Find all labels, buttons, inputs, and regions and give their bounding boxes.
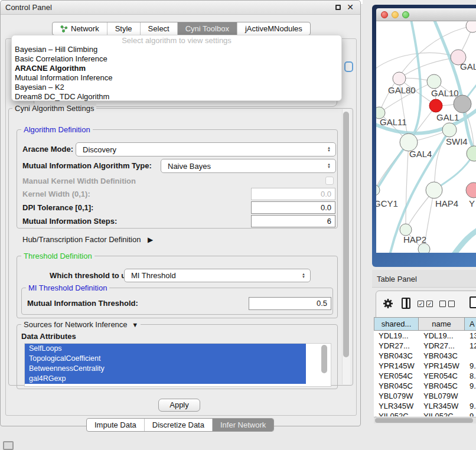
table-panel-titlebar: Table Panel — [372, 270, 476, 288]
checked-checkbox-icon[interactable]: ✓ — [426, 301, 433, 307]
tab-jactivemnodules[interactable]: jActiveMNodules — [237, 22, 310, 35]
cell-name: YBR045C — [419, 381, 470, 391]
column-header-name[interactable]: name — [419, 317, 465, 331]
split-columns-icon[interactable] — [402, 298, 410, 309]
network-node[interactable] — [466, 21, 476, 32]
settings-scrollbar-thumb[interactable] — [343, 112, 349, 357]
float-window-icon[interactable] — [335, 5, 341, 10]
apply-button[interactable]: Apply — [158, 399, 200, 412]
list-item[interactable]: BetweennessCentrality — [25, 364, 306, 374]
node-label: GAL10 — [431, 88, 459, 98]
cell-value: 9. — [465, 401, 476, 411]
list-item[interactable]: SelfLoops — [25, 344, 306, 354]
cell-value: 9. — [465, 381, 476, 391]
cell-name: YBR043C — [419, 351, 470, 361]
tab-style[interactable]: Style — [107, 22, 140, 35]
node-table[interactable]: YDL19... YDL19... 13 YDR27... YDR27... 1… — [374, 331, 476, 416]
cell-shared-name: YPR145W — [374, 361, 423, 371]
which-threshold-value: MI Threshold — [131, 271, 176, 280]
tab-infer-network[interactable]: Infer Network — [212, 419, 273, 431]
table-row[interactable]: YER054C YER054C 8. — [374, 371, 476, 381]
list-item[interactable]: TopologicalCoefficient — [25, 354, 306, 364]
aracne-mode-combo[interactable]: Discovery ▲▼ — [76, 142, 336, 156]
dropdown-item[interactable]: Bayesian – K2 — [12, 83, 341, 92]
dropdown-item[interactable]: Bayesian – Hill Climbing — [12, 45, 341, 54]
tab-discretize-data[interactable]: Discretize Data — [144, 419, 212, 431]
collapse-right-icon: ▶ — [148, 236, 153, 244]
unchecked-checkbox-icon[interactable] — [448, 301, 455, 307]
tab-network[interactable]: Network — [53, 22, 107, 35]
document-icon[interactable] — [470, 296, 476, 308]
minimize-traffic-light-icon[interactable] — [392, 11, 399, 18]
mi-type-combo[interactable]: Naive Bayes ▲▼ — [161, 159, 336, 173]
unchecked-checkbox-icon[interactable] — [439, 301, 446, 307]
dropdown-item[interactable]: Mutual Information Inference — [12, 73, 341, 83]
network-node[interactable] — [418, 243, 430, 253]
attributes-scrollbar-thumb[interactable] — [321, 345, 327, 373]
network-node[interactable] — [467, 146, 476, 161]
dropdown-item[interactable]: Basic Correlation Inference — [12, 54, 341, 64]
cell-shared-name: YDR27... — [374, 341, 423, 351]
cell-value — [465, 391, 476, 401]
tab-style-label: Style — [115, 24, 132, 33]
data-attributes-list[interactable]: SelfLoops TopologicalCoefficient Between… — [24, 343, 331, 387]
table-row[interactable]: YDR27... YDR27... 12 — [374, 341, 476, 351]
cell-shared-name: YBR045C — [374, 381, 423, 391]
network-node[interactable] — [426, 182, 442, 198]
table-row[interactable]: YDL19... YDL19... 13 — [374, 331, 476, 341]
cell-value: 9. — [465, 361, 476, 371]
sources-group-title[interactable]: Sources for Network Inference ▼ — [21, 320, 141, 329]
zoom-traffic-light-icon[interactable] — [402, 11, 409, 18]
gear-icon[interactable] — [383, 298, 393, 309]
tab-select[interactable]: Select — [140, 22, 177, 35]
close-icon[interactable]: ✕ — [347, 2, 354, 12]
cell-name: YER054C — [419, 371, 470, 381]
table-panel-title: Table Panel — [377, 275, 417, 283]
cell-shared-name: YLR345W — [374, 401, 423, 411]
kernel-width-field[interactable]: 0.0 — [251, 188, 335, 200]
column-header-clipped[interactable]: A — [465, 317, 476, 331]
table-hscrollbar-thumb[interactable] — [375, 418, 473, 423]
table-row[interactable]: YIL052C YIL052C 9 — [374, 411, 476, 416]
table-hscrollbar-track[interactable] — [374, 417, 476, 423]
manual-kernel-checkbox[interactable] — [325, 177, 334, 185]
network-node-selected[interactable] — [429, 99, 442, 112]
screen: Control Panel ✕ Network Style Select Cyn… — [0, 0, 476, 450]
dpi-tolerance-field[interactable]: 0.0 — [251, 201, 335, 214]
dropdown-item-selected[interactable]: ARACNE Algorithm — [12, 64, 341, 73]
tab-cyni-toolbox[interactable]: Cyni Toolbox — [177, 22, 237, 35]
node-label: GAL11 — [380, 117, 407, 127]
dropdown-item[interactable]: Dream8 DC_TDC Algorithm — [12, 92, 341, 102]
tab-impute-data-label: Impute Data — [94, 420, 136, 429]
corner-widget[interactable] — [3, 441, 14, 450]
aracne-mode-label: Aracne Mode: — [22, 142, 73, 156]
tab-impute-data[interactable]: Impute Data — [87, 419, 144, 431]
expand-down-icon: ▼ — [132, 321, 138, 328]
close-traffic-light-icon[interactable] — [381, 11, 388, 18]
which-threshold-combo[interactable]: MI Threshold ▲▼ — [124, 269, 311, 282]
list-item[interactable]: gal4RGexp — [25, 374, 306, 384]
tab-select-label: Select — [148, 24, 169, 33]
mi-threshold-group-title: MI Threshold Definition — [26, 283, 109, 292]
checked-checkbox-icon[interactable]: ✓ — [418, 301, 424, 307]
combo-stepper-icon: ▲▼ — [327, 163, 331, 169]
column-header-shared-name[interactable]: shared... — [374, 317, 419, 331]
table-row[interactable]: YBR043C YBR043C — [374, 351, 476, 361]
hub-section-toggle[interactable]: Hub/Transcription Factor Definition ▶ — [22, 234, 153, 245]
network-node[interactable] — [393, 72, 406, 85]
network-node[interactable] — [442, 123, 457, 137]
node-label: GAL4 — [409, 149, 432, 159]
network-node[interactable] — [427, 74, 441, 89]
algorithm-dropdown-popup: Select algorithm to view settings Bayesi… — [11, 35, 342, 101]
mi-threshold-field[interactable]: 0.5 — [249, 297, 331, 310]
network-canvas[interactable]: GAL GAL80 GAL10 GAL1 SWI4 GAL11 GAL4 GCY… — [376, 21, 476, 253]
network-view-window: GAL GAL80 GAL10 GAL1 SWI4 GAL11 GAL4 GCY… — [372, 5, 476, 267]
mi-steps-field[interactable]: 6 — [251, 215, 335, 227]
network-node[interactable] — [400, 224, 412, 236]
threshold-definition-title: Threshold Definition — [21, 252, 94, 260]
table-row[interactable]: YLR345W YLR345W 9. — [374, 401, 476, 411]
network-node[interactable] — [466, 182, 476, 198]
table-row[interactable]: YBR045C YBR045C 9. — [374, 381, 476, 391]
table-row[interactable]: YBL079W YBL079W — [374, 391, 476, 401]
table-row[interactable]: YPR145W YPR145W 9. — [374, 361, 476, 371]
